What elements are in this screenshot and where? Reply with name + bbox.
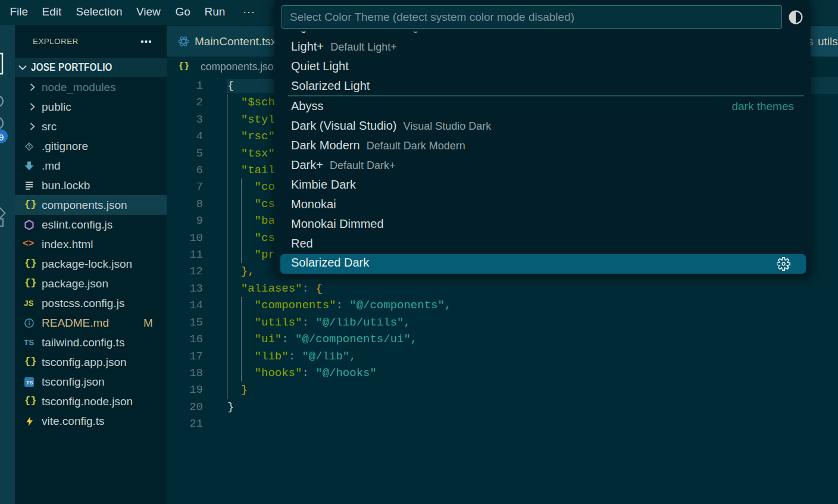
svg-text:9: 9 [0, 132, 4, 142]
svg-text:TS: TS [26, 380, 33, 386]
